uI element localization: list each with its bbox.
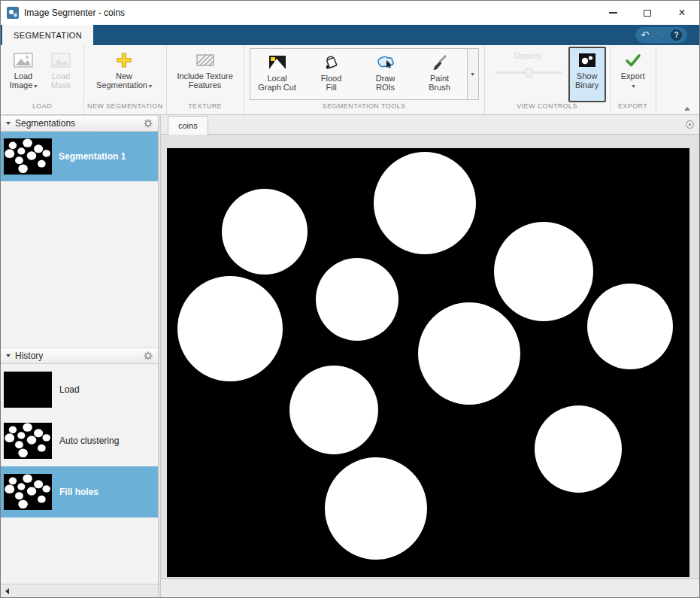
history-thumbnail: [4, 474, 52, 510]
history-header-label: History: [15, 351, 43, 361]
local-graph-cut-button[interactable]: Local Graph Cut: [250, 49, 305, 99]
flood-fill-icon: [323, 51, 341, 74]
sidebar-bottom-bar: [1, 584, 158, 597]
segmentation-item-label: Segmentation 1: [59, 151, 126, 162]
section-label-segmentation-tools: SEGMENTATION TOOLS: [244, 102, 484, 114]
collapse-sidebar-icon[interactable]: [5, 588, 9, 594]
segmentation-thumbnail: [4, 138, 52, 175]
draw-rois-button[interactable]: Draw ROIs: [359, 49, 413, 99]
include-texture-button[interactable]: Include Texture Features: [171, 47, 240, 102]
sidebar: Segmentations Segmentation 1 History Loa…: [1, 115, 158, 597]
help-icon[interactable]: ?: [671, 29, 682, 41]
slider-thumb[interactable]: [524, 68, 534, 77]
redo-icon[interactable]: ↷: [656, 30, 664, 40]
graph-cut-icon: [268, 51, 286, 74]
tab-segmentation[interactable]: SEGMENTATION: [2, 25, 93, 45]
tools-gallery-expand-button[interactable]: ▾: [467, 49, 478, 99]
paint-brush-button[interactable]: Paint Brush: [413, 49, 467, 99]
segmentations-header-label: Segmentations: [15, 118, 75, 129]
image-canvas-area: [161, 135, 699, 578]
collapse-panel-icon: [6, 354, 11, 357]
gear-icon[interactable]: [144, 351, 153, 360]
history-thumbnail: [4, 372, 52, 408]
content: Segmentations Segmentation 1 History Loa…: [1, 115, 699, 597]
close-button[interactable]: ×: [665, 1, 699, 25]
close-icon: ×: [678, 7, 685, 19]
image-icon: [14, 49, 33, 71]
caret-down-icon: ▾: [149, 83, 152, 90]
segmentation-item[interactable]: Segmentation 1: [1, 132, 158, 181]
history-item-label: Load: [59, 384, 80, 395]
show-binary-toggle[interactable]: Show Binary: [568, 47, 606, 102]
document-tab-coins[interactable]: coins: [168, 116, 208, 135]
collapse-ribbon-icon[interactable]: [684, 107, 690, 111]
history-item-load[interactable]: Load: [1, 364, 158, 415]
ribbon-tabstrip: SEGMENTATION ↶ ↷ ?: [1, 25, 699, 45]
undo-icon[interactable]: ↶: [641, 30, 649, 40]
app-icon: [7, 7, 19, 19]
history-panel-body: [1, 518, 158, 584]
section-label-view-controls: VIEW CONTROLS: [485, 102, 610, 114]
quick-access-toolbar: ↶ ↷ ?: [635, 27, 687, 43]
history-item-auto-clustering[interactable]: Auto clustering: [1, 415, 158, 466]
minimize-icon: [609, 12, 617, 14]
flood-fill-button[interactable]: Flood Fill: [305, 49, 359, 99]
segmentations-panel-header[interactable]: Segmentations: [1, 115, 158, 132]
new-segmentation-button[interactable]: New Segmentation▾: [88, 47, 160, 102]
opacity-control: Opacity: [489, 47, 568, 102]
section-label-export: EXPORT: [611, 102, 656, 114]
section-label-new-segmentation: NEW SEGMENTATION: [84, 102, 166, 114]
section-label-load: LOAD: [1, 102, 83, 114]
history-panel-header[interactable]: History: [1, 348, 158, 364]
minimize-button[interactable]: [595, 1, 630, 25]
maximize-icon: [644, 10, 651, 17]
caret-down-icon: ▾: [471, 71, 474, 77]
tools-gallery: Local Graph Cut Flood Fill: [250, 48, 479, 100]
export-button[interactable]: Export ▾: [614, 47, 652, 102]
binary-image[interactable]: [167, 148, 689, 577]
caret-down-icon: ▾: [34, 83, 37, 90]
gear-icon[interactable]: [144, 119, 153, 128]
plus-icon: [115, 49, 133, 71]
window-controls: ×: [595, 1, 699, 25]
masked-image-icon: [51, 49, 71, 71]
window-title: Image Segmenter - coins: [24, 8, 125, 18]
document-tabbar: coins: [161, 115, 699, 135]
load-image-button[interactable]: Load Image▾: [5, 47, 42, 102]
ribbon: Load Image▾ Load Mask LOAD: [1, 45, 699, 115]
history-item-fill-holes[interactable]: Fill holes: [1, 466, 158, 518]
collapse-panel-icon: [6, 122, 11, 125]
section-new-segmentation: New Segmentation▾ NEW SEGMENTATION: [84, 45, 167, 114]
binary-image-icon: [579, 49, 595, 71]
segmentations-panel-body: [1, 181, 158, 348]
section-label-texture: TEXTURE: [167, 102, 244, 114]
draw-rois-icon: [376, 51, 395, 74]
main-panel: coins: [161, 115, 699, 597]
check-icon: [625, 49, 641, 71]
ribbon-filler: [656, 45, 699, 114]
history-item-label: Fill holes: [59, 487, 98, 497]
section-texture: Include Texture Features TEXTURE: [167, 45, 244, 114]
panel-options-icon[interactable]: [686, 120, 694, 129]
history-thumbnail: [4, 423, 52, 459]
section-export: Export ▾ EXPORT: [611, 45, 656, 114]
caret-down-icon: ▾: [632, 83, 635, 90]
maximize-button[interactable]: [630, 1, 665, 25]
section-view-controls: Opacity Show Binary VIEW CONTROLS: [485, 45, 611, 114]
opacity-slider[interactable]: [495, 68, 562, 77]
load-mask-button[interactable]: Load Mask: [42, 47, 80, 102]
history-item-label: Auto clustering: [59, 436, 119, 446]
texture-icon: [196, 49, 214, 71]
section-segmentation-tools: Local Graph Cut Flood Fill: [244, 45, 485, 114]
opacity-label: Opacity: [514, 51, 542, 60]
paint-brush-icon: [432, 51, 448, 74]
image-segmenter-window: Image Segmenter - coins × SEGMENTATION ↶…: [0, 0, 700, 598]
bottom-panel: [161, 578, 699, 597]
section-load: Load Image▾ Load Mask LOAD: [1, 45, 84, 114]
titlebar: Image Segmenter - coins ×: [1, 1, 699, 25]
